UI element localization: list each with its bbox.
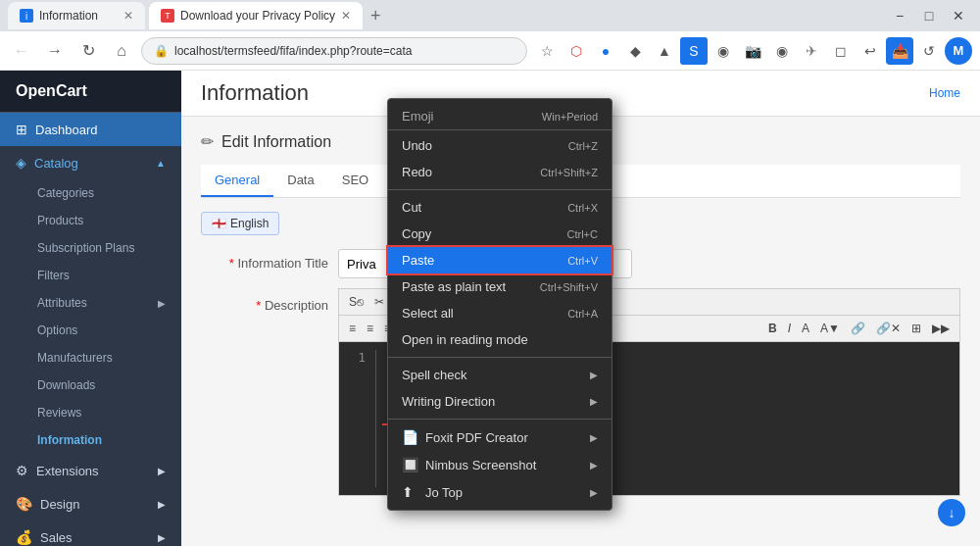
ctx-foxit[interactable]: 📄 Foxit PDF Creator ▶ [388, 423, 612, 451]
sidebar-item-extensions[interactable]: ⚙ Extensions ▶ [0, 454, 181, 487]
ctx-spell-check[interactable]: Spell check ▶ [388, 362, 612, 388]
ctx-scroll-top[interactable]: ⬆ Jo Top ▶ [388, 478, 612, 506]
ext-icon-8[interactable]: ◉ [768, 37, 796, 65]
tab-data[interactable]: Data [273, 165, 327, 197]
editor-italic[interactable]: I [784, 320, 795, 337]
ctx-undo[interactable]: Undo Ctrl+Z [388, 132, 612, 159]
editor-link[interactable]: 🔗 [847, 320, 869, 337]
ctx-reading-mode[interactable]: Open in reading mode [388, 326, 612, 353]
ctx-redo-shortcut: Ctrl+Shift+Z [540, 167, 598, 178]
sidebar-item-sales[interactable]: 💰 Sales ▶ [0, 521, 181, 546]
ext-icon-10[interactable]: ◻ [827, 37, 855, 65]
sidebar-item-products[interactable]: Products [0, 207, 181, 234]
ctx-emoji-label: Emoji [402, 109, 434, 124]
ext-icon-3[interactable]: ◆ [621, 37, 649, 65]
reload-button[interactable]: ↻ [74, 37, 102, 65]
flag-icon: 🏴󠁧󠁢󠁥󠁮󠁧󠁿 [212, 217, 226, 230]
tab-general[interactable]: General [201, 165, 273, 197]
back-button[interactable]: ← [8, 37, 35, 65]
sidebar-item-dashboard[interactable]: ⊞ Dashboard [0, 113, 181, 146]
spell-check-arrow-icon: ▶ [590, 370, 598, 380]
sidebar-item-categories[interactable]: Categories [0, 179, 181, 207]
ext-icon-9[interactable]: ✈ [798, 37, 825, 65]
ext-icon-2[interactable]: ● [592, 37, 619, 65]
ctx-cut-shortcut: Ctrl+X [567, 202, 598, 214]
sidebar-item-design[interactable]: 🎨 Design ▶ [0, 487, 181, 521]
ctx-copy[interactable]: Copy Ctrl+C [388, 221, 612, 247]
dashboard-icon: ⊞ [16, 122, 27, 137]
tab-close-1[interactable]: ✕ [123, 9, 133, 23]
sidebar: OpenCart ⊞ Dashboard ◈ Catalog ▲ Categor… [0, 71, 181, 546]
language-badge[interactable]: 🏴󠁧󠁢󠁥󠁮󠁧󠁿 English [201, 212, 279, 235]
ext-icon-13[interactable]: ↺ [915, 37, 943, 65]
new-tab-button[interactable]: + [367, 6, 385, 26]
editor-cut-btn[interactable]: ✂ [370, 293, 388, 311]
ctx-sep-3 [388, 419, 612, 420]
scroll-to-bottom[interactable]: ↓ [938, 499, 965, 526]
ctx-cut[interactable]: Cut Ctrl+X [388, 194, 612, 221]
sidebar-label-products: Products [37, 214, 83, 227]
foxit-icon: 📄 [402, 429, 417, 445]
sidebar-label-filters: Filters [37, 269, 70, 282]
ctx-nimbus[interactable]: 🔲 Nimbus Screenshot ▶ [388, 451, 612, 478]
bookmark-icon[interactable]: ☆ [533, 37, 561, 65]
tab-favicon-1: i [20, 9, 33, 23]
sidebar-item-reviews[interactable]: Reviews [0, 399, 181, 426]
sidebar-item-catalog[interactable]: ◈ Catalog ▲ [0, 146, 181, 179]
ext-icon-12[interactable]: 📥 [886, 37, 913, 65]
ext-icon-5[interactable]: S [680, 37, 708, 65]
editor-align-left[interactable]: ≡ [345, 320, 360, 337]
sidebar-label-sales: Sales [40, 530, 73, 545]
ctx-paste[interactable]: Paste Ctrl+V [388, 247, 612, 273]
minimize-button[interactable]: − [886, 2, 913, 29]
ctx-paste-plain-shortcut: Ctrl+Shift+V [540, 281, 598, 293]
editor-more[interactable]: ▶▶ [928, 320, 954, 337]
ctx-sep-2 [388, 357, 612, 358]
ctx-paste-plain[interactable]: Paste as plain text Ctrl+Shift+V [388, 273, 612, 300]
sidebar-item-downloads[interactable]: Downloads [0, 372, 181, 399]
ext-icon-1[interactable]: ⬡ [563, 37, 590, 65]
design-icon: 🎨 [16, 496, 32, 512]
editor-source-btn[interactable]: S⎋ [345, 293, 368, 311]
sales-arrow-icon: ▶ [158, 532, 166, 543]
ctx-writing-dir[interactable]: Writing Direction ▶ [388, 388, 612, 415]
scroll-down-icon: ↓ [949, 505, 956, 521]
ctx-redo[interactable]: Redo Ctrl+Shift+Z [388, 159, 612, 185]
sidebar-item-attributes[interactable]: Attributes ▶ [0, 289, 181, 317]
tab-favicon-2: T [161, 9, 174, 23]
address-text: localhost/termsfeed/fifa/index.php?route… [174, 44, 412, 58]
maximize-button[interactable]: □ [915, 2, 943, 29]
editor-color[interactable]: A [798, 320, 813, 337]
sidebar-label-catalog: Catalog [34, 156, 78, 171]
ctx-spell-label: Spell check [402, 368, 466, 382]
browser-window: i Information ✕ T Download your Privacy … [0, 0, 980, 71]
ext-icon-6[interactable]: ◉ [710, 37, 737, 65]
ext-icon-4[interactable]: ▲ [651, 37, 678, 65]
editor-table[interactable]: ⊞ [907, 320, 925, 337]
editor-bgcolor[interactable]: A▼ [816, 320, 844, 337]
sidebar-item-options[interactable]: Options [0, 317, 181, 344]
sidebar-item-subscription[interactable]: Subscription Plans [0, 234, 181, 262]
tab-inactive[interactable]: i Information ✕ [8, 2, 145, 29]
home-button[interactable]: ⌂ [108, 37, 135, 65]
editor-unlink[interactable]: 🔗✕ [872, 320, 905, 337]
sidebar-item-information[interactable]: Information [0, 426, 181, 454]
ext-icon-7[interactable]: 📷 [739, 37, 766, 65]
ctx-emoji-item[interactable]: Emoji Win+Period [388, 103, 612, 130]
tab-seo[interactable]: SEO [328, 165, 382, 197]
tab-close-2[interactable]: ✕ [341, 9, 351, 23]
sidebar-item-manufacturers[interactable]: Manufacturers [0, 344, 181, 372]
scroll-top-arrow-icon: ▶ [590, 487, 598, 498]
breadcrumb-link[interactable]: Home [929, 86, 960, 100]
ext-icon-11[interactable]: ↩ [857, 37, 884, 65]
address-bar[interactable]: 🔒 localhost/termsfeed/fifa/index.php?rou… [141, 37, 527, 65]
ctx-select-all[interactable]: Select all Ctrl+A [388, 300, 612, 326]
editor-bold[interactable]: B [764, 320, 781, 337]
close-button[interactable]: ✕ [945, 2, 972, 29]
sidebar-item-filters[interactable]: Filters [0, 262, 181, 289]
ctx-scroll-top-label: Jo Top [425, 485, 463, 500]
forward-button[interactable]: → [41, 37, 69, 65]
editor-align-center[interactable]: ≡ [363, 320, 377, 337]
profile-avatar[interactable]: M [945, 37, 972, 65]
tab-active[interactable]: T Download your Privacy Policy ✕ [149, 2, 363, 29]
